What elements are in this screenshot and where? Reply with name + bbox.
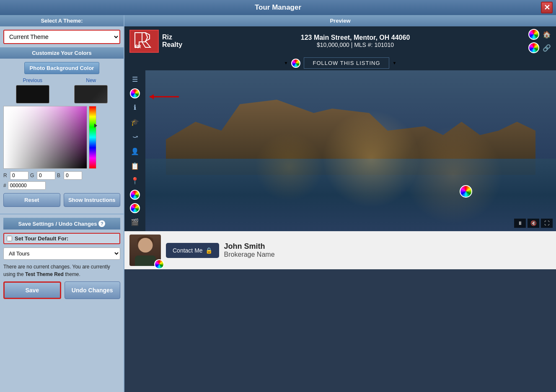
expand-button[interactable]: ⛶ bbox=[541, 219, 553, 228]
tour-body: ☰ ℹ 🎓 ⤻ 👤 📋 📍 🎬 bbox=[124, 70, 556, 231]
logo-letters: RR bbox=[133, 31, 156, 52]
share-icon: 🔗 bbox=[543, 44, 551, 52]
customize-header: Customize Your Colors bbox=[0, 47, 124, 59]
tours-dropdown-wrapper: All Tours This Tour Only bbox=[3, 248, 120, 260]
svg-text:RR: RR bbox=[135, 44, 141, 49]
reset-button[interactable]: Reset bbox=[3, 193, 60, 207]
follow-arrow-left: ▼ bbox=[284, 61, 288, 65]
customize-section: Photo Background Color Previous New R bbox=[0, 59, 124, 214]
hue-slider[interactable] bbox=[89, 106, 96, 169]
svg-marker-4 bbox=[150, 94, 154, 99]
right-panel: Preview RR Riz bbox=[124, 15, 556, 392]
mute-button[interactable]: 🔇 bbox=[528, 219, 539, 228]
photo-bg-button[interactable]: Photo Background Color bbox=[24, 62, 100, 74]
header-icon-row-1: 🏠 bbox=[528, 29, 551, 40]
header-icon-row-2: 🔗 bbox=[528, 42, 551, 53]
sidebar-color-wheel-1[interactable] bbox=[130, 88, 140, 98]
b-label: B bbox=[57, 173, 62, 178]
contact-button[interactable]: Contact Me 🔒 bbox=[166, 243, 219, 258]
left-panel: Select A Theme: Current Theme Default Th… bbox=[0, 15, 124, 392]
set-tour-label: Set Tour Default For: bbox=[15, 235, 68, 242]
sidebar-color-wheel-3[interactable] bbox=[130, 203, 140, 213]
sidebar-color-wheel-2[interactable] bbox=[130, 190, 140, 200]
theme-dropdown-wrapper: Current Theme Default Theme Dark Theme L… bbox=[3, 30, 120, 44]
sidebar-menu-icon[interactable]: ☰ bbox=[130, 74, 140, 85]
property-price: $10,000,000 | MLS #: 101010 bbox=[301, 41, 410, 48]
theme-dropdown[interactable]: Current Theme Default Theme Dark Theme L… bbox=[4, 31, 119, 43]
property-info: 123 Main Street, Mentor, OH 44060 $10,00… bbox=[301, 34, 410, 48]
close-button[interactable]: ✕ bbox=[541, 2, 553, 13]
new-label: New bbox=[62, 77, 121, 83]
title-bar: Tour Manager ✕ bbox=[0, 0, 556, 15]
save-section-header: Save Settings / Undo Changes ? bbox=[3, 218, 120, 230]
r-label: R bbox=[3, 173, 8, 178]
follow-bar: ▼ FOLLOW THIS LISTING ▼ bbox=[124, 56, 556, 70]
r-input[interactable] bbox=[10, 171, 28, 180]
follow-color-wheel[interactable] bbox=[291, 59, 300, 68]
save-button[interactable]: Save bbox=[3, 281, 61, 299]
bottom-buttons: Save Undo Changes bbox=[3, 281, 120, 299]
theme-name-bold: Test Theme Red bbox=[25, 271, 64, 277]
color-wheel-top-2[interactable] bbox=[528, 42, 539, 53]
new-swatch bbox=[74, 85, 108, 103]
property-address: 123 Main Street, Mentor, OH 44060 bbox=[301, 34, 410, 41]
agent-logo: RR Riz Realty bbox=[129, 30, 182, 53]
color-gradient[interactable] bbox=[3, 106, 87, 169]
sidebar-tour-icon[interactable]: 🎓 bbox=[129, 116, 141, 128]
contact-icon: 🔒 bbox=[205, 247, 212, 254]
save-section: Save Settings / Undo Changes ? Set Tour … bbox=[0, 214, 124, 302]
agent-details: John Smith Brokerage Name bbox=[224, 242, 275, 258]
sidebar-video-icon[interactable]: 🎬 bbox=[129, 217, 141, 228]
theme-select-header: Select A Theme: bbox=[0, 15, 124, 26]
color-picker-area bbox=[3, 106, 120, 169]
tour-header-bar: RR Riz Realty 123 Main Street, Mentor, O… bbox=[124, 26, 556, 56]
g-label: G bbox=[30, 173, 35, 178]
logo-box: RR bbox=[129, 30, 159, 53]
status-text: There are no current changes. You are cu… bbox=[3, 263, 120, 278]
set-tour-default-wrapper: Set Tour Default For: bbox=[3, 233, 120, 244]
sidebar-info-icon[interactable]: ℹ bbox=[132, 102, 138, 113]
image-lights bbox=[145, 70, 556, 231]
tours-dropdown[interactable]: All Tours This Tour Only bbox=[3, 248, 120, 260]
agent-color-wheel[interactable] bbox=[154, 259, 164, 269]
hex-input[interactable] bbox=[8, 181, 46, 190]
agent-face bbox=[138, 238, 153, 253]
sidebar-location-icon[interactable]: 📍 bbox=[129, 175, 141, 186]
logo-text: Riz Realty bbox=[162, 34, 182, 49]
main-image: ⏸ 🔇 ⛶ bbox=[145, 70, 556, 231]
red-arrow-indicator bbox=[145, 90, 183, 103]
set-tour-checkbox[interactable] bbox=[7, 236, 12, 241]
pause-button[interactable]: ⏸ bbox=[514, 219, 526, 228]
main-layout: Select A Theme: Current Theme Default Th… bbox=[0, 15, 556, 392]
theme-select-area: Current Theme Default Theme Dark Theme L… bbox=[0, 26, 124, 47]
sidebar-list-icon[interactable]: 📋 bbox=[129, 160, 141, 172]
prev-new-row: Previous New bbox=[3, 77, 120, 103]
previous-label: Previous bbox=[3, 77, 62, 83]
help-icon[interactable]: ? bbox=[98, 220, 105, 227]
previous-color-col: Previous bbox=[3, 77, 62, 103]
color-wheel-mid[interactable] bbox=[460, 185, 472, 198]
home-icon: 🏠 bbox=[543, 31, 551, 39]
header-icons: 🏠 🔗 bbox=[528, 29, 551, 53]
agent-name: John Smith bbox=[224, 242, 275, 251]
g-input[interactable] bbox=[37, 171, 55, 180]
app-title: Tour Manager bbox=[255, 3, 301, 12]
preview-header: Preview bbox=[124, 15, 556, 26]
new-color-col: New bbox=[62, 77, 121, 103]
undo-button[interactable]: Undo Changes bbox=[65, 281, 121, 299]
b-input[interactable] bbox=[64, 171, 82, 180]
save-section-title: Save Settings / Undo Changes bbox=[18, 221, 97, 227]
agent-card: Contact Me 🔒 John Smith Brokerage Name bbox=[124, 231, 556, 269]
follow-arrow-right: ▼ bbox=[393, 61, 397, 65]
color-wheel-top-1[interactable] bbox=[528, 29, 539, 40]
show-instructions-button[interactable]: Show Instructions bbox=[64, 193, 121, 207]
hex-row: # bbox=[3, 181, 120, 190]
sidebar-share-icon[interactable]: ⤻ bbox=[131, 131, 140, 142]
rgb-r-row: R G B bbox=[3, 171, 120, 180]
agent-body bbox=[135, 255, 156, 266]
previous-swatch bbox=[16, 85, 49, 103]
status-text-after: theme. bbox=[64, 271, 80, 277]
follow-button[interactable]: FOLLOW THIS LISTING bbox=[304, 57, 389, 69]
sidebar-user-icon[interactable]: 👤 bbox=[129, 146, 141, 157]
agent-photo-wrapper bbox=[129, 235, 161, 266]
